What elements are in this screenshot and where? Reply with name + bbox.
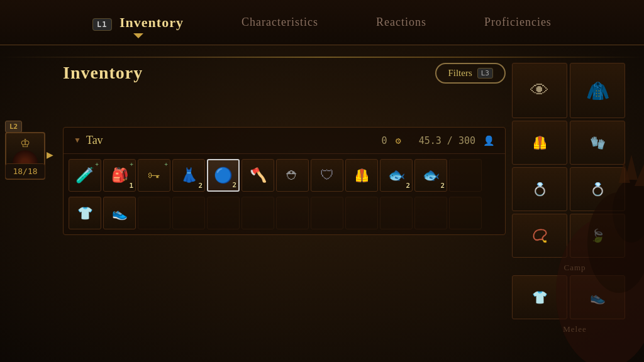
item-count-9: 2 bbox=[406, 182, 410, 190]
item-count-10: 2 bbox=[440, 182, 445, 190]
cloak-icon: 🧥 bbox=[586, 80, 609, 102]
items-row-1: 🧪+🎒+1🗝+👗2🔵2🪓⛑🛡🦺🐟2🐟2 bbox=[64, 154, 505, 197]
item-slot-row1-1[interactable]: 🎒+1 bbox=[103, 159, 136, 192]
tab-characteristics[interactable]: Characteristics bbox=[231, 11, 328, 34]
cloth-icon-3: 👗 bbox=[180, 167, 197, 184]
decorative-line bbox=[0, 57, 644, 58]
item-slot-row1-4[interactable]: 🔵2 bbox=[207, 159, 240, 192]
camp-label: Camp bbox=[512, 263, 638, 273]
items-row-2: 👕👟 bbox=[64, 197, 505, 234]
item-plus-1: + bbox=[130, 161, 133, 168]
item-slot-row1-9[interactable]: 🐟2 bbox=[380, 159, 413, 192]
top-nav: L1 Inventory Characteristics Reactions P… bbox=[0, 0, 644, 45]
tab-reactions[interactable]: Reactions bbox=[366, 11, 436, 34]
boot-equip-icon: 👟 bbox=[590, 290, 606, 305]
coins-info: 0 ⚙ bbox=[382, 135, 401, 146]
inventory-main: Inventory Filters L3 Tav 0 ⚙ 45.3 / 300 … bbox=[63, 63, 506, 349]
gloves-icon: 🧤 bbox=[590, 135, 606, 150]
item-slot-row2-5[interactable] bbox=[242, 197, 274, 229]
equip-slot-ring2[interactable]: 💍 bbox=[570, 167, 625, 211]
equip-slot-vest[interactable]: 🦺 bbox=[512, 121, 567, 165]
equip-panel: 👁 🧥 🦺 🧤 💍 💍 📿 🍃 Camp 👕 bbox=[512, 63, 638, 337]
item-slot-row1-6[interactable]: ⛑ bbox=[276, 159, 309, 192]
equip-slots-ring: 💍 💍 bbox=[512, 167, 638, 211]
item-slot-row1-2[interactable]: 🗝+ bbox=[138, 159, 170, 192]
ring2-icon: 💍 bbox=[590, 182, 606, 197]
char-name[interactable]: Tav bbox=[74, 134, 103, 147]
item-slot-row2-3[interactable] bbox=[172, 197, 205, 229]
camp-slot-1[interactable]: 👕 bbox=[512, 275, 567, 319]
item-plus-0: + bbox=[95, 161, 99, 168]
ring1-icon: 💍 bbox=[532, 182, 548, 197]
item-slot-row1-0[interactable]: 🧪+ bbox=[69, 159, 101, 192]
item-slot-row1-8[interactable]: 🦺 bbox=[345, 159, 378, 192]
filters-badge: L3 bbox=[477, 68, 493, 79]
item-slot-row2-0[interactable]: 👕 bbox=[69, 197, 101, 229]
shirt-equip-icon: 👕 bbox=[532, 290, 548, 305]
inventory-title: Inventory bbox=[63, 63, 143, 83]
item-slot-row2-1[interactable]: 👟 bbox=[103, 197, 136, 229]
item-slot-row1-7[interactable]: 🛡 bbox=[311, 159, 343, 192]
item-slot-row2-7[interactable] bbox=[311, 197, 343, 229]
eye-icon: 👁 bbox=[530, 80, 549, 101]
camp-slot-2[interactable]: 👟 bbox=[570, 275, 625, 319]
wand-icon-4: 🔵 bbox=[214, 167, 233, 184]
equip-slot-gloves[interactable]: 🧤 bbox=[570, 121, 625, 165]
item-plus-2: + bbox=[164, 161, 168, 168]
char-section-header: Tav 0 ⚙ 45.3 / 300 👤 bbox=[64, 128, 505, 154]
item-count-1: 1 bbox=[129, 182, 133, 190]
equip-slot-neck[interactable]: 📿 bbox=[512, 214, 567, 258]
char-section: Tav 0 ⚙ 45.3 / 300 👤 🧪+🎒+1🗝+👗2🔵2🪓⛑🛡🦺🐟2🐟2… bbox=[63, 127, 506, 235]
item-slot-row2-8[interactable] bbox=[345, 197, 378, 229]
item-count-3: 2 bbox=[198, 182, 203, 190]
trinket-icon: 🍃 bbox=[590, 228, 606, 243]
tab-inventory[interactable]: L1 Inventory bbox=[82, 9, 194, 36]
l2-badge: L2 bbox=[5, 121, 22, 133]
tab-proficiencies[interactable]: Proficiencies bbox=[474, 11, 562, 34]
equip-slot-ring1[interactable]: 💍 bbox=[512, 167, 567, 211]
item-slot-row1-5[interactable]: 🪓 bbox=[242, 159, 274, 192]
vest-icon: 🦺 bbox=[532, 135, 548, 150]
bag-icon-1: 🎒 bbox=[111, 167, 128, 184]
equip-slots-mid: 🦺 🧤 bbox=[512, 121, 638, 165]
helm-icon-6: ⛑ bbox=[286, 168, 299, 183]
fish-icon-10: 🐟 bbox=[423, 167, 440, 184]
item-slot-row1-11[interactable] bbox=[449, 159, 482, 192]
armor-icon-8: 🦺 bbox=[354, 168, 370, 183]
fish-icon-9: 🐟 bbox=[388, 167, 405, 184]
equip-slot-eye[interactable]: 👁 bbox=[512, 63, 567, 118]
arrow-indicator: ▶ bbox=[47, 150, 53, 160]
weight-icon: 👤 bbox=[483, 135, 495, 146]
item-slot-row2-11[interactable] bbox=[449, 197, 482, 229]
melee-label: Melee bbox=[512, 324, 638, 334]
item-slot-row1-3[interactable]: 👗2 bbox=[172, 159, 205, 192]
weight-info: 45.3 / 300 👤 bbox=[419, 135, 495, 146]
coins-icon: ⚙ bbox=[396, 135, 401, 146]
filters-button[interactable]: Filters L3 bbox=[435, 63, 506, 84]
boot-icon2-1: 👟 bbox=[112, 206, 128, 221]
item-slot-row2-6[interactable] bbox=[276, 197, 309, 229]
equip-slots-neck: 📿 🍃 bbox=[512, 214, 638, 258]
shirt-icon2-0: 👕 bbox=[77, 206, 93, 221]
l1-badge: L1 bbox=[92, 18, 111, 31]
shield-icon-7: 🛡 bbox=[320, 167, 334, 184]
keys-icon-2: 🗝 bbox=[148, 168, 160, 183]
equip-slot-trinket[interactable]: 🍃 bbox=[570, 214, 625, 258]
item-count-4: 2 bbox=[232, 181, 236, 189]
equip-slots-top: 👁 🧥 bbox=[512, 63, 638, 118]
crown-icon: ♔ bbox=[13, 136, 38, 150]
item-slot-row2-9[interactable] bbox=[380, 197, 413, 229]
item-slot-row2-2[interactable] bbox=[138, 197, 170, 229]
char-slots: 18/18 bbox=[5, 163, 45, 179]
neck-icon: 📿 bbox=[532, 228, 548, 243]
axe-icon-5: 🪓 bbox=[250, 167, 267, 184]
equip-slot-cloak[interactable]: 🧥 bbox=[570, 63, 625, 118]
item-slot-row1-10[interactable]: 🐟2 bbox=[414, 159, 447, 192]
item-slot-row2-4[interactable] bbox=[207, 197, 240, 229]
item-slot-row2-10[interactable] bbox=[414, 197, 447, 229]
camp-slots: 👕 👟 bbox=[512, 275, 638, 319]
potion-icon-0: 🧪 bbox=[75, 167, 94, 184]
